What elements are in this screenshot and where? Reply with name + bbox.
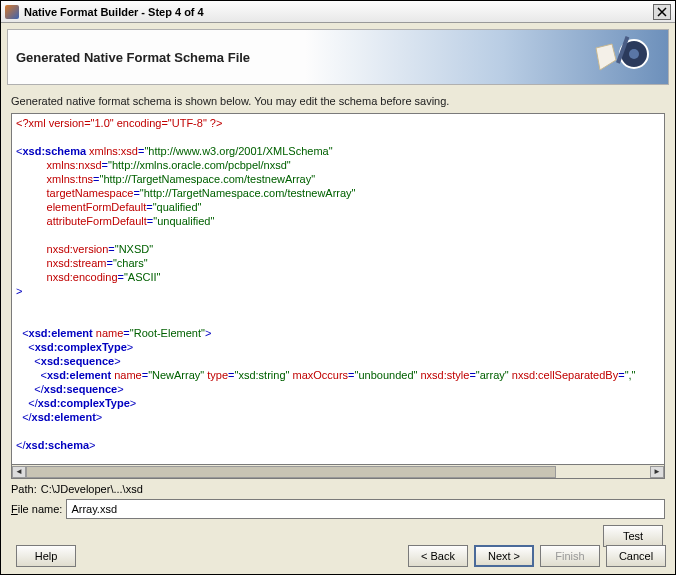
scroll-left-button[interactable]: ◄: [12, 466, 26, 478]
test-button[interactable]: Test: [603, 525, 663, 547]
path-row: Path: C:\JDeveloper\...\xsd: [11, 483, 665, 495]
filename-input[interactable]: [66, 499, 665, 519]
svg-point-1: [629, 49, 639, 59]
path-label: Path:: [11, 483, 37, 495]
scroll-thumb[interactable]: [26, 466, 556, 478]
horizontal-scrollbar[interactable]: ◄ ►: [11, 465, 665, 479]
instruction-text: Generated native format schema is shown …: [11, 95, 665, 107]
next-button[interactable]: Next >: [474, 545, 534, 567]
back-button[interactable]: < Back: [408, 545, 468, 567]
filename-label: File name:: [11, 503, 62, 515]
finish-button: Finish: [540, 545, 600, 567]
svg-marker-3: [596, 44, 616, 70]
page-heading: Generated Native Format Schema File: [16, 50, 250, 65]
schema-editor[interactable]: <?xml version="1.0" encoding="UTF-8" ?> …: [11, 113, 665, 465]
titlebar: Native Format Builder - Step 4 of 4: [1, 1, 675, 23]
xml-pi: <?xml version="1.0" encoding="UTF-8" ?>: [16, 117, 222, 129]
scroll-track[interactable]: [26, 466, 650, 478]
close-icon: [657, 7, 667, 17]
path-value: C:\JDeveloper\...\xsd: [41, 483, 143, 495]
banner-art-icon: [582, 36, 656, 80]
window-title: Native Format Builder - Step 4 of 4: [24, 6, 653, 18]
banner: Generated Native Format Schema File: [7, 29, 669, 85]
cancel-button[interactable]: Cancel: [606, 545, 666, 567]
content-area: Generated native format schema is shown …: [1, 85, 675, 547]
footer: Help < Back Next > Finish Cancel: [0, 545, 676, 567]
scroll-right-button[interactable]: ►: [650, 466, 664, 478]
close-button[interactable]: [653, 4, 671, 20]
filename-row: File name:: [11, 499, 665, 519]
help-button[interactable]: Help: [16, 545, 76, 567]
java-icon: [5, 5, 19, 19]
